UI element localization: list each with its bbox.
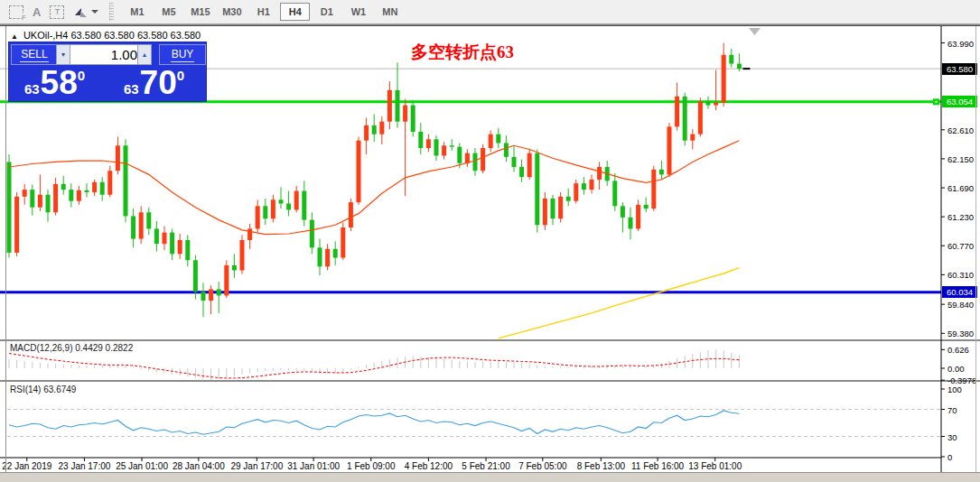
date-label: 4 Feb 12:00 [405, 461, 453, 471]
candle-body [465, 153, 470, 163]
amount-input[interactable]: 1.00 [70, 44, 143, 65]
timeframe-bar: M1M5M15M30H1H4D1W1MN [121, 3, 406, 21]
rsi-tick-label: 100 [947, 385, 962, 394]
candle-body [341, 227, 345, 258]
candle-body [357, 141, 361, 202]
timeframe-button-mn[interactable]: MN [375, 3, 405, 21]
timeframe-button-d1[interactable]: D1 [312, 3, 341, 21]
candle-body [387, 90, 392, 122]
symbol-title: UKOil-,H4 63.580 63.580 63.580 63.580 [23, 30, 201, 41]
price-tick-label: 62.150 [947, 154, 974, 164]
candle-body [92, 182, 97, 192]
date-label: 22 Jan 2019 [2, 461, 51, 471]
candle-body [372, 125, 377, 134]
buy-price-prefix: 63 [124, 81, 139, 97]
label-a-icon: A [33, 5, 41, 19]
candle-body [7, 162, 12, 253]
candle-body [154, 228, 159, 244]
candle-body [504, 143, 509, 156]
buy-price-main: 70 [140, 66, 177, 100]
candle-body [163, 233, 167, 245]
candle-body [185, 240, 190, 260]
candle-body [457, 147, 462, 163]
window-top-edge2 [0, 25, 980, 26]
candle-body [597, 167, 602, 180]
candle-body [263, 206, 267, 218]
amount-decrease-button[interactable]: ▼ [56, 44, 70, 65]
candle-body [411, 106, 415, 132]
candle-body [481, 148, 485, 171]
sell-label: SELL [20, 48, 48, 62]
candle-body [667, 126, 672, 174]
candle-body [426, 139, 431, 148]
candle-body [178, 240, 182, 254]
collapse-panel-icon[interactable]: ▲ [11, 32, 18, 41]
price-tick-label: 59.380 [947, 329, 974, 338]
candle-body [193, 260, 198, 292]
price-tick-label: 62.610 [947, 125, 974, 135]
candle-body [53, 184, 58, 212]
date-label: 28 Jan 04:00 [173, 461, 225, 471]
candle-body [403, 106, 407, 122]
candle-body [396, 90, 400, 122]
buy-label: BUY [171, 48, 195, 62]
candle-body [698, 101, 703, 134]
candle-body [651, 170, 656, 209]
timeframe-button-m30[interactable]: M30 [217, 3, 247, 21]
candle-body [512, 157, 517, 167]
candle-body [612, 181, 617, 206]
candle-body [636, 205, 640, 229]
date-label: 1 Feb 09:00 [347, 461, 395, 471]
timeframe-button-m5[interactable]: M5 [154, 3, 183, 21]
frame-tool-button[interactable]: F [9, 4, 23, 20]
ma-line-yellow [499, 268, 740, 338]
price-tick-label: 59.840 [947, 300, 974, 310]
rsi-tick-label: 0 [947, 452, 952, 462]
price-badge: 60.034 [942, 286, 977, 298]
candle-body [473, 153, 478, 171]
price-tick-label: 61.690 [947, 183, 974, 193]
candle-body [379, 122, 384, 134]
window-bottom-strip [0, 473, 980, 482]
candle-body [23, 190, 27, 197]
candle-body [100, 182, 105, 195]
buy-price-button[interactable]: 63 70 0 [102, 65, 206, 101]
candle-body [442, 145, 446, 155]
sell-button[interactable]: SELL [11, 44, 58, 65]
toolbar-separator [109, 3, 114, 21]
candle-body [46, 195, 51, 213]
timeframe-button-h1[interactable]: H1 [248, 3, 278, 21]
candle-body [574, 183, 578, 201]
timeframe-button-h4[interactable]: H4 [280, 3, 310, 21]
candle-body [590, 180, 594, 190]
candle-body [325, 249, 330, 267]
candle-body [107, 171, 112, 195]
candle-body [61, 184, 66, 190]
candle-body [621, 206, 625, 218]
date-label: 25 Jan 01:00 [116, 461, 168, 471]
top-toolbar: F A T M1M5M15M30H1H4D1W1MN [0, 0, 980, 24]
chevron-down-icon [91, 10, 98, 14]
macd-tick-label: 0.00 [947, 364, 965, 374]
candle-body [116, 145, 120, 171]
label-tool-button[interactable]: A [33, 4, 41, 20]
amount-increase-button[interactable]: ▲ [137, 44, 152, 65]
candle-body [582, 183, 586, 190]
candle-body [675, 97, 679, 127]
timeframe-button-w1[interactable]: W1 [343, 3, 373, 21]
candle-body [318, 247, 322, 266]
timeframe-button-m15[interactable]: M15 [185, 3, 215, 21]
buy-price-sup: 0 [177, 68, 184, 83]
candle-body [131, 216, 135, 238]
timeframe-button-m1[interactable]: M1 [122, 3, 152, 21]
price-badge: 63.054 [942, 96, 977, 107]
candle-body [224, 265, 229, 296]
text-tool-button[interactable]: T [50, 4, 64, 20]
candle-body [124, 145, 128, 216]
buy-button[interactable]: BUY [159, 44, 206, 65]
candle-body [683, 97, 687, 141]
arrows-tool-button[interactable] [73, 4, 98, 20]
candle-body [450, 145, 454, 146]
window-right-edge [975, 26, 976, 472]
sell-price-button[interactable]: 63 58 0 [9, 65, 100, 101]
